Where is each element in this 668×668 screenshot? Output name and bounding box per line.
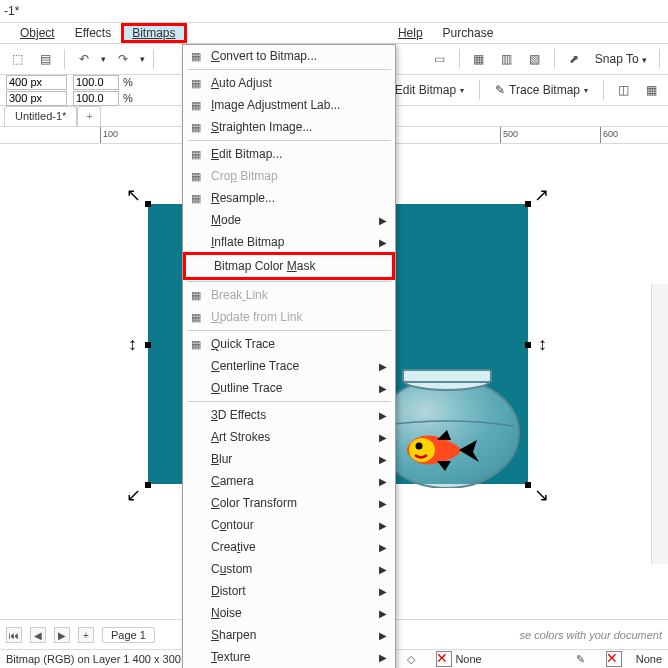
menu-item-icon: ▦ [187, 190, 205, 206]
menu-item-icon [187, 212, 205, 228]
redo-icon[interactable]: ↷ [112, 48, 134, 70]
menu-item-3d-effects[interactable]: 3D Effects▶ [183, 404, 395, 426]
fill-swatch-icon[interactable]: ◇ [400, 648, 422, 668]
separator [153, 49, 154, 69]
menu-item-label: Auto Adjust [211, 76, 272, 90]
menu-separator [187, 69, 391, 70]
menu-item-icon: ▦ [187, 336, 205, 352]
outline-swatch-icon[interactable]: ✎ [570, 648, 592, 668]
menu-item-color-transform[interactable]: Color Transform▶ [183, 492, 395, 514]
submenu-arrow-icon: ▶ [379, 215, 387, 226]
submenu-arrow-icon: ▶ [379, 454, 387, 465]
scale-arrow[interactable]: ↙ [126, 484, 141, 506]
menu-item-icon [187, 627, 205, 643]
menu-item-icon [187, 583, 205, 599]
menu-item-resample[interactable]: ▦Resample... [183, 187, 395, 209]
height-input[interactable] [6, 91, 67, 106]
menu-item-noise[interactable]: Noise▶ [183, 602, 395, 624]
menu-bitmaps[interactable]: Bitmaps [121, 23, 186, 43]
snap-to-dropdown[interactable]: Snap To ▾ [591, 52, 651, 66]
menu-object[interactable]: Object [10, 23, 65, 43]
scale-arrow[interactable]: ↖ [126, 184, 141, 206]
scale-y-input[interactable] [73, 91, 119, 106]
menu-item-inflate-bitmap[interactable]: Inflate Bitmap▶ [183, 231, 395, 253]
grid-icon[interactable]: ▦ [468, 48, 490, 70]
menu-item-image-adjustment-lab[interactable]: ▦Image Adjustment Lab... [183, 94, 395, 116]
undo-icon[interactable]: ↶ [73, 48, 95, 70]
snap-grid-icon[interactable]: ▧ [524, 48, 546, 70]
menu-item-label: Image Adjustment Lab... [211, 98, 340, 112]
submenu-arrow-icon: ▶ [379, 432, 387, 443]
menu-purchase[interactable]: Purchase [433, 23, 504, 43]
resample-icon[interactable]: ▦ [640, 79, 662, 101]
scale-arrow[interactable]: ↕ [128, 334, 137, 355]
menu-item-auto-adjust[interactable]: ▦Auto Adjust [183, 72, 395, 94]
menu-item-label: Art Strokes [211, 430, 270, 444]
menu-item-label: Bitmap Color Mask [214, 259, 315, 273]
menu-item-label: Straighten Image... [211, 120, 312, 134]
page-first-icon[interactable]: ⏮ [6, 627, 22, 643]
menu-item-art-strokes[interactable]: Art Strokes▶ [183, 426, 395, 448]
menu-item-mode[interactable]: Mode▶ [183, 209, 395, 231]
selection-handle[interactable] [145, 201, 151, 207]
menu-item-update-from-link: ▦Update from Link [183, 306, 395, 328]
menu-item-distort[interactable]: Distort▶ [183, 580, 395, 602]
page-icon[interactable]: ▭ [429, 48, 451, 70]
scale-arrow[interactable]: ↘ [534, 484, 549, 506]
selection-handle[interactable] [525, 342, 531, 348]
menu-item-label: Outline Trace [211, 381, 282, 395]
submenu-arrow-icon: ▶ [379, 542, 387, 553]
menu-item-creative[interactable]: Creative▶ [183, 536, 395, 558]
page-tab[interactable]: Page 1 [102, 627, 155, 643]
page-prev-icon[interactable]: ◀ [30, 627, 46, 643]
object-info: Bitmap (RGB) on Layer 1 400 x 300 [6, 653, 181, 665]
selection-handle[interactable] [525, 201, 531, 207]
submenu-arrow-icon: ▶ [379, 498, 387, 509]
menu-item-quick-trace[interactable]: ▦Quick Trace [183, 333, 395, 355]
menu-item-centerline-trace[interactable]: Centerline Trace▶ [183, 355, 395, 377]
menu-effects[interactable]: Effects [65, 23, 121, 43]
menu-item-icon [187, 429, 205, 445]
menu-item-edit-bitmap[interactable]: ▦Edit Bitmap... [183, 143, 395, 165]
import-icon[interactable]: ⬚ [6, 48, 28, 70]
menu-item-convert-to-bitmap[interactable]: ▦Convert to Bitmap... [183, 45, 395, 67]
export-icon[interactable]: ▤ [34, 48, 56, 70]
menu-item-label: Contour [211, 518, 254, 532]
page-next-icon[interactable]: ▶ [54, 627, 70, 643]
menu-item-outline-trace[interactable]: Outline Trace▶ [183, 377, 395, 399]
menu-item-label: Centerline Trace [211, 359, 299, 373]
ruler-mark: 100 [103, 129, 118, 139]
menu-item-icon: ▦ [187, 75, 205, 91]
trace-bitmap-label: Trace Bitmap [509, 83, 580, 97]
menu-item-label: Mode [211, 213, 241, 227]
selection-handle[interactable] [145, 342, 151, 348]
docker-panel[interactable] [651, 284, 668, 564]
crop-icon[interactable]: ◫ [612, 79, 634, 101]
menu-item-camera[interactable]: Camera▶ [183, 470, 395, 492]
menu-item-label: Update from Link [211, 310, 302, 324]
menu-item-sharpen[interactable]: Sharpen▶ [183, 624, 395, 646]
menu-item-icon [187, 539, 205, 555]
scale-arrow[interactable]: ↕ [538, 334, 547, 355]
document-tab[interactable]: Untitled-1* [4, 106, 77, 126]
menu-item-contour[interactable]: Contour▶ [183, 514, 395, 536]
separator [64, 49, 65, 69]
scale-x-input[interactable] [73, 75, 119, 90]
page-add-icon[interactable]: + [78, 627, 94, 643]
selection-handle[interactable] [525, 482, 531, 488]
snap-icon[interactable]: ⬈ [563, 48, 585, 70]
new-document-tab[interactable]: + [77, 106, 101, 126]
trace-bitmap-button[interactable]: ✎ Trace Bitmap ▾ [488, 80, 595, 100]
menu-help[interactable]: Help [388, 23, 433, 43]
menu-item-blur[interactable]: Blur▶ [183, 448, 395, 470]
scale-arrow[interactable]: ↗ [534, 184, 549, 206]
width-input[interactable] [6, 75, 67, 90]
menu-item-icon: ▦ [187, 146, 205, 162]
separator [603, 80, 604, 100]
menu-item-bitmap-color-mask[interactable]: Bitmap Color Mask [183, 252, 395, 280]
selection-handle[interactable] [145, 482, 151, 488]
menu-item-texture[interactable]: Texture▶ [183, 646, 395, 668]
menu-item-custom[interactable]: Custom▶ [183, 558, 395, 580]
menu-item-straighten-image[interactable]: ▦Straighten Image... [183, 116, 395, 138]
guides-icon[interactable]: ▥ [496, 48, 518, 70]
